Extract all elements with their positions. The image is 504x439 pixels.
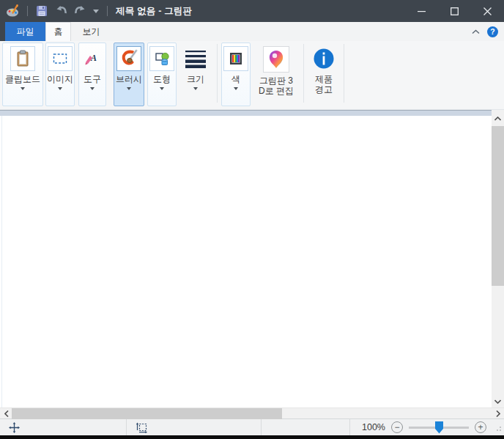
save-icon[interactable] (34, 4, 49, 18)
palette-icon (223, 46, 248, 71)
clipboard-group-label: 클립보드 (5, 74, 40, 84)
tab-view[interactable]: 보기 (71, 22, 111, 41)
tabrow-left-edge (0, 22, 5, 41)
scroll-up-icon[interactable] (492, 112, 504, 125)
scroll-right-icon[interactable] (492, 408, 504, 419)
zoom-in-button[interactable]: + (475, 421, 486, 433)
paint-window: 제목 없음 - 그림판 파일 홈 보기 ? (0, 0, 504, 439)
tab-home[interactable]: 홈 (45, 22, 71, 41)
shapes-group-button[interactable]: 도형 (147, 43, 177, 106)
chevron-down-icon (90, 87, 94, 90)
qat-separator (27, 6, 28, 16)
selection-size-icon (136, 422, 148, 433)
product-alert-button[interactable]: 제품 경고 (308, 43, 340, 106)
colors-group-button[interactable]: 색 (221, 43, 251, 106)
group-separator (303, 44, 304, 103)
horizontal-scrollbar[interactable] (0, 407, 504, 418)
brushes-group-label: 브러시 (116, 74, 142, 84)
brushes-group-button[interactable]: 브러시 (114, 43, 144, 106)
clipboard-group-button[interactable]: 클립보드 (2, 43, 43, 106)
maximize-button[interactable] (438, 0, 471, 22)
product-alert-label-line2: 경고 (315, 84, 333, 95)
ribbon-home: 클립보드 이미지 A 도구 (0, 41, 504, 110)
select-region-icon (48, 46, 73, 71)
tools-icon: A (80, 46, 105, 71)
ribbon-collapse-icon[interactable] (472, 29, 480, 34)
window-title: 제목 없음 - 그림판 (116, 5, 192, 18)
zoom-level-label: 100% (362, 422, 385, 432)
titlebar: 제목 없음 - 그림판 (0, 0, 504, 22)
bottom-edge (0, 435, 504, 439)
paint3d-button[interactable]: 그림판 3 D로 편집 (253, 43, 300, 106)
paint3d-label-line2: D로 편집 (259, 86, 294, 96)
work-area (0, 110, 504, 407)
group-separator (344, 44, 344, 103)
chevron-down-icon (193, 87, 198, 90)
tools-group-label: 도구 (84, 74, 101, 84)
paint3d-label-line1: 그림판 3 (259, 75, 293, 86)
paint3d-icon (263, 46, 289, 73)
product-alert-label-line1: 제품 (315, 74, 333, 84)
status-bar: 100% − + (0, 418, 504, 435)
vertical-scrollbar[interactable] (492, 110, 504, 407)
zoom-out-button[interactable]: − (391, 421, 403, 433)
chevron-down-icon (234, 87, 238, 90)
redo-icon[interactable] (73, 4, 87, 18)
tab-file[interactable]: 파일 (5, 22, 45, 41)
paint-logo-icon[interactable] (6, 4, 21, 18)
zoom-slider[interactable] (409, 421, 469, 434)
line-size-icon (182, 46, 209, 71)
cursor-position-icon (9, 422, 20, 433)
vertical-scrollbar-thumb[interactable] (492, 126, 504, 286)
close-button[interactable] (471, 0, 504, 22)
canvas[interactable] (1, 116, 492, 407)
chevron-down-icon (127, 87, 131, 90)
horizontal-scrollbar-thumb[interactable] (12, 408, 282, 419)
scroll-left-icon[interactable] (0, 408, 12, 419)
undo-icon[interactable] (53, 4, 68, 18)
scroll-down-icon[interactable] (492, 395, 504, 407)
qat-dropdown-icon[interactable] (92, 4, 100, 18)
ribbon-tabs: 파일 홈 보기 ? (0, 22, 504, 41)
info-icon (311, 46, 337, 71)
brush-icon (116, 46, 141, 71)
zoom-slider-thumb[interactable] (435, 421, 443, 434)
resize-grip[interactable] (494, 424, 501, 431)
tools-group-button[interactable]: A 도구 (78, 43, 106, 106)
work-area-top-strip (0, 110, 492, 116)
colors-group-label: 색 (231, 74, 240, 84)
canvas-size-section (262, 419, 349, 435)
image-group-label: 이미지 (47, 74, 73, 84)
help-button[interactable]: ? (487, 26, 498, 37)
minimize-button[interactable] (405, 0, 438, 22)
shapes-group-label: 도형 (153, 74, 171, 84)
svg-text:A: A (90, 53, 97, 63)
group-separator (217, 44, 218, 103)
shapes-icon (149, 46, 174, 71)
size-button[interactable]: 크기 (178, 43, 213, 106)
size-label: 크기 (187, 74, 204, 84)
clipboard-icon (10, 46, 35, 71)
chevron-down-icon (21, 87, 25, 90)
qat-separator (107, 6, 108, 16)
chevron-down-icon (160, 87, 164, 90)
image-group-button[interactable]: 이미지 (45, 43, 75, 106)
chevron-down-icon (58, 87, 62, 90)
